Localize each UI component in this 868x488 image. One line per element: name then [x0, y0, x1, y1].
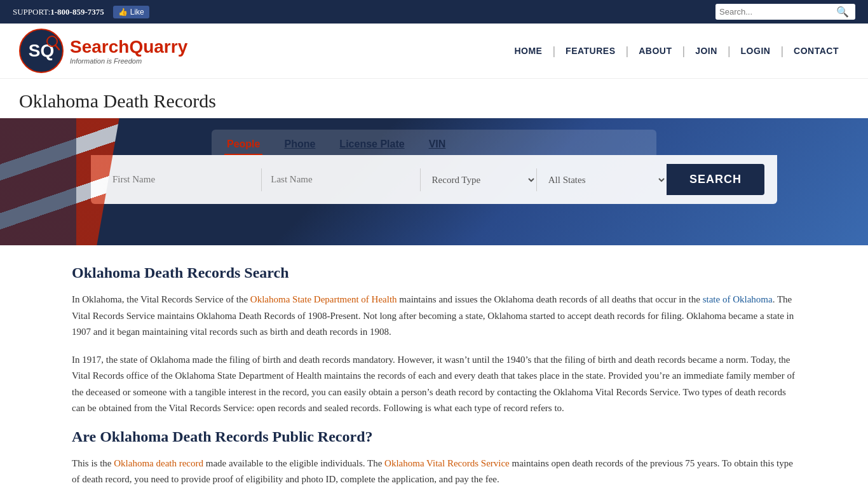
link-ok-vital-records[interactable]: Oklahoma Vital Records Service	[384, 458, 510, 468]
top-search-box: 🔍	[715, 4, 855, 20]
nav-contact[interactable]: CONTACT	[783, 46, 849, 56]
first-name-input[interactable]	[104, 168, 261, 191]
content-area: Oklahoma Death Records Search In Oklahom…	[53, 245, 815, 488]
all-states-select[interactable]: All States Alabama Alaska Arizona Arkans…	[537, 168, 667, 192]
tab-license-plate[interactable]: License Plate	[337, 135, 407, 155]
search-tabs: People Phone License Plate VIN	[212, 130, 656, 155]
logo-text: SearchQuarry Information is Freedom	[70, 37, 187, 65]
top-search-input[interactable]	[719, 7, 834, 17]
logo-icon: SQ	[19, 29, 64, 73]
nav-login[interactable]: LOGIN	[731, 46, 781, 56]
logo-tagline: Information is Freedom	[70, 57, 187, 65]
thumbs-up-icon: 👍	[118, 8, 128, 17]
search-button[interactable]: SEARCH	[667, 164, 764, 195]
header: SQ SearchQuarry Information is Freedom H…	[0, 24, 868, 79]
section1-paragraph1: In Oklahoma, the Vital Records Service o…	[72, 292, 796, 341]
top-bar: SUPPORT:1-800-859-7375 👍 Like 🔍	[0, 0, 868, 24]
link-ok-death-record[interactable]: Oklahoma death record	[114, 458, 203, 468]
section1-paragraph2: In 1917, the state of Oklahoma made the …	[72, 352, 796, 417]
page-title-area: Oklahoma Death Records	[0, 79, 868, 118]
facebook-like-button[interactable]: 👍 Like	[113, 6, 149, 18]
top-bar-right: 🔍	[715, 4, 855, 20]
section1-title: Oklahoma Death Records Search	[72, 264, 796, 281]
main-nav: HOME | FEATURES | ABOUT | JOIN | LOGIN |…	[504, 44, 849, 58]
stars-decoration	[0, 118, 76, 245]
nav-about[interactable]: ABOUT	[628, 46, 682, 56]
tab-vin[interactable]: VIN	[426, 135, 449, 155]
link-ok-dept-health[interactable]: Oklahoma State Department of Health	[250, 294, 397, 304]
section2-title: Are Oklahoma Death Records Public Record…	[72, 428, 796, 445]
last-name-input[interactable]	[262, 168, 419, 191]
svg-text:SQ: SQ	[29, 41, 54, 60]
logo-name: SearchQuarry	[70, 37, 187, 57]
nav-home[interactable]: HOME	[504, 46, 552, 56]
nav-join[interactable]: JOIN	[685, 46, 728, 56]
tab-people[interactable]: People	[224, 135, 262, 155]
search-form: Record Type Death Records Birth Records …	[91, 155, 777, 204]
support-label: SUPPORT:1-800-859-7375	[13, 7, 104, 17]
logo-area: SQ SearchQuarry Information is Freedom	[19, 29, 187, 73]
nav-features[interactable]: FEATURES	[555, 46, 625, 56]
page-title: Oklahoma Death Records	[19, 90, 849, 112]
top-search-button[interactable]: 🔍	[834, 6, 851, 18]
hero-banner: People Phone License Plate VIN Record Ty…	[0, 118, 868, 245]
record-type-select[interactable]: Record Type Death Records Birth Records …	[421, 168, 536, 192]
link-state-of-ok[interactable]: state of Oklahoma	[703, 294, 773, 304]
top-bar-left: SUPPORT:1-800-859-7375 👍 Like	[13, 6, 149, 18]
tab-phone[interactable]: Phone	[281, 135, 318, 155]
section2-paragraph1: This is the Oklahoma death record made a…	[72, 456, 796, 488]
